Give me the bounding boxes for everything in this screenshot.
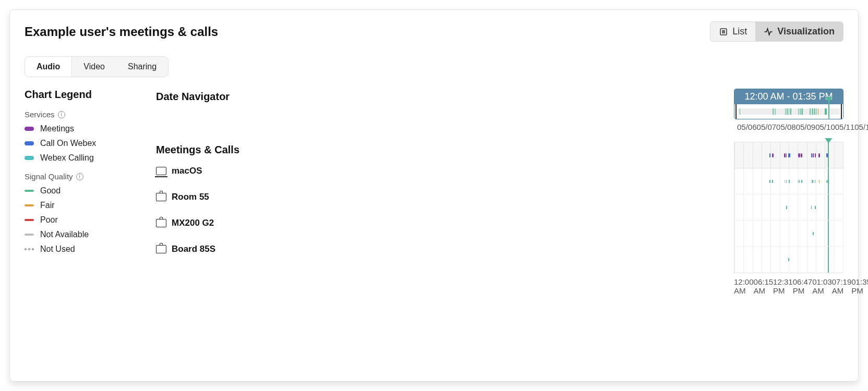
timeline-event[interactable]	[815, 206, 816, 209]
legend-title: Chart Legend	[25, 89, 150, 101]
legend-services-heading: Services i	[25, 110, 150, 119]
timeline-event[interactable]	[819, 180, 820, 183]
time-tick: 01:03 AM	[812, 277, 832, 295]
nav-event	[789, 108, 789, 115]
timeline-event[interactable]	[772, 180, 773, 183]
info-icon[interactable]: i	[58, 111, 65, 118]
timeline-device-row	[734, 168, 843, 194]
time-tick: 06:15 AM	[754, 277, 774, 295]
nav-event	[790, 108, 791, 115]
time-tick: 01:35 PM	[851, 277, 868, 295]
timeline-event[interactable]	[799, 180, 800, 183]
timeline-event[interactable]	[769, 153, 770, 157]
time-tick: 12:00 AM	[734, 277, 754, 295]
nav-event	[798, 108, 799, 115]
date-tick: 05/07	[757, 123, 777, 131]
time-tick: 12:31 PM	[773, 277, 793, 295]
activity-icon	[764, 27, 773, 36]
timeline-event[interactable]	[813, 153, 814, 157]
nav-event	[801, 108, 801, 115]
timeline-event[interactable]	[815, 180, 815, 183]
device-row-label: macOS	[156, 158, 728, 184]
timeline-event[interactable]	[811, 180, 812, 183]
nav-event	[802, 108, 803, 115]
device-name: MX200 G2	[172, 218, 214, 228]
nav-event	[811, 108, 811, 115]
date-navigator-dates: 05/0605/0705/0805/0905/1005/1105/1205/13	[734, 123, 843, 131]
timeline-event[interactable]	[788, 258, 789, 261]
timeline-event[interactable]	[769, 180, 770, 183]
legend-item: Not Used	[25, 245, 150, 254]
now-marker	[828, 142, 829, 168]
card-header: Example user's meetings & calls List Vis…	[25, 21, 843, 42]
now-marker	[828, 247, 829, 273]
view-list-label: List	[732, 26, 747, 37]
timeline-event[interactable]	[801, 153, 802, 157]
tab-video[interactable]: Video	[72, 57, 116, 77]
screen-icon	[156, 245, 166, 253]
timeline-event[interactable]	[801, 180, 802, 183]
date-navigator[interactable]: 12:00 AM - 01:35 PM 05/0605/0705/0805/09…	[734, 89, 843, 131]
now-marker	[828, 168, 829, 194]
page-title: Example user's meetings & calls	[25, 25, 218, 39]
timeline-event[interactable]	[815, 153, 816, 157]
timeline-event[interactable]	[826, 180, 827, 183]
chart-legend: Chart Legend Services i MeetingsCall On …	[25, 89, 150, 295]
timeline-event[interactable]	[813, 232, 814, 235]
device-row-label: Board 85S	[156, 236, 728, 262]
info-icon[interactable]: i	[76, 173, 83, 180]
now-marker	[828, 221, 829, 246]
view-visualization-button[interactable]: Visualization	[755, 22, 843, 41]
media-tabs: Audio Video Sharing	[25, 56, 168, 77]
date-tick: 05/11	[835, 123, 855, 131]
laptop-icon	[156, 167, 166, 175]
timeline-event[interactable]	[772, 153, 774, 157]
timeline-event[interactable]	[786, 206, 787, 209]
timeline-time-labels: 12:00 AM06:15 AM12:31 PM06:47 PM01:03 AM…	[734, 277, 843, 295]
nav-event	[774, 108, 774, 115]
device-name: macOS	[172, 166, 202, 176]
timeline-grid[interactable]	[734, 142, 843, 273]
timeline-event[interactable]	[785, 180, 785, 183]
tab-audio[interactable]: Audio	[25, 57, 72, 77]
timeline-event[interactable]	[812, 180, 813, 183]
timeline-event[interactable]	[786, 153, 787, 157]
date-tick: 05/09	[796, 123, 816, 131]
legend-item: Good	[25, 186, 150, 196]
screen-icon	[156, 193, 166, 201]
device-name: Room 55	[172, 192, 209, 202]
tab-sharing[interactable]: Sharing	[116, 57, 168, 77]
date-navigator-range: 12:00 AM - 01:35 PM	[734, 89, 843, 104]
timeline-device-row	[734, 247, 843, 273]
nav-event	[812, 108, 813, 115]
timeline-event[interactable]	[818, 153, 820, 157]
legend-item: Meetings	[25, 124, 150, 133]
timeline-device-row	[734, 221, 843, 247]
timeline-event[interactable]	[786, 180, 787, 183]
timeline-device-row	[734, 194, 843, 221]
legend-item: Call On Webex	[25, 139, 150, 148]
date-tick: 05/10	[815, 123, 835, 131]
timeline-event[interactable]	[811, 206, 812, 209]
legend-item: Webex Calling	[25, 153, 150, 163]
date-navigator-strip	[738, 108, 840, 115]
date-navigator-title: Date Navigator	[156, 89, 728, 131]
troubleshooting-card: Example user's meetings & calls List Vis…	[9, 9, 859, 382]
range-handle-left[interactable]	[734, 103, 737, 119]
legend-item: Poor	[25, 215, 150, 225]
legend-item: Fair	[25, 201, 150, 210]
date-tick: 05/12	[854, 123, 868, 131]
time-tick: 06:47 PM	[793, 277, 813, 295]
timeline-event[interactable]	[789, 153, 790, 157]
device-row-label: MX200 G2	[156, 210, 728, 236]
timeline-event[interactable]	[789, 180, 790, 183]
timeline-event[interactable]	[798, 153, 800, 157]
now-marker	[828, 194, 829, 220]
nav-event	[785, 108, 786, 115]
nav-event	[787, 108, 788, 115]
view-list-button[interactable]: List	[710, 22, 755, 41]
nav-event	[800, 108, 801, 115]
range-handle-right[interactable]	[841, 103, 843, 119]
nav-event	[826, 108, 826, 115]
nav-event	[775, 108, 776, 115]
